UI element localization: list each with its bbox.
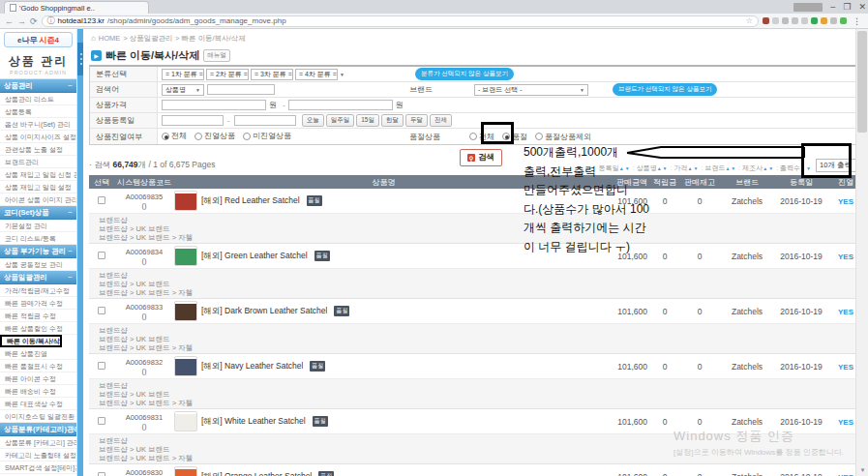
sidebar-item[interactable]: 상품 공통정보 관리 bbox=[0, 258, 76, 271]
sidebar-item[interactable]: 옵션 바구니(Set) 관리 bbox=[0, 118, 76, 131]
radio-icon[interactable] bbox=[243, 133, 251, 140]
show-uncategorized-button[interactable]: 분류가 선택되지 않은 상품보기 bbox=[415, 68, 514, 80]
sort-link[interactable]: 가격 bbox=[674, 164, 688, 171]
row-checkbox[interactable] bbox=[98, 196, 105, 204]
close-button[interactable]: ✕ bbox=[858, 0, 866, 14]
extension-icon[interactable] bbox=[840, 17, 847, 24]
product-thumbnail[interactable] bbox=[174, 191, 197, 211]
sort-arrows-icon[interactable]: ▲▼ bbox=[725, 165, 736, 171]
category-line[interactable]: 브랜드샵 > UK 브랜드 bbox=[99, 224, 862, 233]
sidebar-item[interactable]: 아이콘 상품 이미지 관리 bbox=[0, 193, 76, 206]
collapse-icon[interactable]: − bbox=[68, 81, 73, 90]
product-name[interactable]: [해외] Red Leather Satchel bbox=[201, 195, 300, 207]
sidebar-section-header[interactable]: 코디(Set)상품− bbox=[0, 206, 76, 220]
category-line[interactable]: 브랜드샵 > UK 브랜드 > 자첼 bbox=[99, 399, 862, 407]
sidebar-item[interactable]: 빠른 대표색상 수정 bbox=[0, 398, 76, 410]
extension-icon[interactable] bbox=[821, 17, 827, 24]
page-info-icon[interactable]: ⓘ bbox=[47, 15, 55, 26]
product-thumbnail[interactable] bbox=[174, 301, 197, 321]
home-icon[interactable]: ⌂ bbox=[91, 34, 96, 43]
sidebar-item[interactable]: 빠른 상품진열 bbox=[0, 347, 76, 360]
row-checkbox[interactable] bbox=[98, 472, 105, 476]
display-status-link[interactable]: YES bbox=[838, 308, 853, 316]
date-start-input[interactable] bbox=[162, 115, 224, 126]
sidebar-section-header[interactable]: 상품 부가기능 관리− bbox=[0, 245, 76, 258]
show-unbranded-button[interactable]: 브랜드가 선택되지 않은 상품보기 bbox=[613, 83, 717, 96]
breadcrumb-item[interactable]: 상품일괄관리 bbox=[130, 34, 173, 43]
product-name[interactable]: [해외] Dark Brown Leather Satchel bbox=[201, 306, 327, 317]
sidebar-item[interactable]: 코디 리스트/등록 bbox=[0, 232, 76, 245]
sidebar-section-header[interactable]: 상품일괄관리− bbox=[0, 271, 76, 284]
keyword-type-select[interactable]: 상품명▼ bbox=[162, 84, 204, 96]
sidebar-item[interactable]: 빠른 적립금 수정 bbox=[0, 310, 76, 322]
shop-name[interactable]: e나무 시즌4 bbox=[4, 32, 73, 47]
product-name[interactable]: [해외] White Leather Satchel bbox=[201, 416, 306, 428]
date-range-button[interactable]: 한달 bbox=[381, 114, 404, 127]
manual-badge[interactable]: 매뉴얼 bbox=[203, 49, 230, 62]
sidebar-item[interactable]: 기본설정 관리 bbox=[0, 220, 76, 232]
maximize-button[interactable]: ❐ bbox=[843, 0, 851, 14]
product-thumbnail[interactable] bbox=[174, 411, 197, 431]
collapse-icon[interactable]: − bbox=[68, 247, 73, 255]
product-thumbnail[interactable] bbox=[174, 246, 197, 266]
product-name[interactable]: [해외] Green Leather Satchel bbox=[201, 251, 308, 262]
display-status-link[interactable]: YES bbox=[838, 253, 853, 261]
minimize-button[interactable]: – bbox=[830, 0, 835, 14]
sidebar-item[interactable]: 빠른 품절표시 수정 bbox=[0, 360, 76, 372]
category-line[interactable]: 브랜드샵 > UK 브랜드 bbox=[99, 280, 862, 288]
category-line[interactable]: 브랜드샵 > UK 브랜드 > 자첼 bbox=[99, 343, 862, 352]
date-range-button[interactable]: 전체 bbox=[430, 114, 452, 127]
category-line[interactable]: 브랜드샵 bbox=[99, 216, 862, 224]
url-input[interactable]: ⓘ hotdeal123.kr /shop/admin/goods/adm_go… bbox=[42, 15, 759, 27]
sidebar-item[interactable]: 가격/적립금/재고수정 bbox=[0, 284, 76, 297]
sidebar-item[interactable]: 빠른 배송비 수정 bbox=[0, 385, 76, 398]
radio-icon[interactable] bbox=[469, 133, 477, 140]
sidebar-item[interactable]: 이미지호스팅 일괄전환 bbox=[0, 410, 76, 423]
forward-icon[interactable]: → bbox=[17, 14, 26, 29]
product-name[interactable]: [해외] Navy Leather Satchel bbox=[201, 361, 303, 372]
price-max-input[interactable] bbox=[288, 100, 393, 110]
extension-icon[interactable] bbox=[792, 17, 798, 24]
sidebar-item[interactable]: 빠른 판매가격 수정 bbox=[0, 297, 76, 310]
row-checkbox[interactable] bbox=[98, 307, 105, 314]
back-icon[interactable]: ← bbox=[5, 14, 14, 29]
date-end-input[interactable] bbox=[234, 115, 296, 126]
scroll-down-arrow[interactable]: ▾ bbox=[856, 464, 868, 476]
display-radio-option[interactable]: 전체 bbox=[162, 131, 187, 141]
sidebar-item[interactable]: 브랜드관리 bbox=[0, 156, 76, 168]
display-status-link[interactable]: YES bbox=[838, 418, 853, 427]
sidebar-item[interactable]: 카테고리 노출형태 설정 bbox=[0, 449, 76, 461]
sidebar-item[interactable]: 빠른 이동/복사/삭제 bbox=[0, 335, 62, 347]
product-name[interactable]: [해외] Orange Leather Satchel bbox=[201, 471, 312, 476]
category-line[interactable]: 브랜드샵 bbox=[99, 381, 862, 390]
sidebar-item[interactable]: 상품 재입고 알림 신청 관리 bbox=[0, 168, 76, 181]
category-select[interactable]: = 3차 분류 =▼ bbox=[251, 69, 293, 80]
display-status-link[interactable]: YES bbox=[838, 473, 853, 476]
radio-icon[interactable] bbox=[162, 133, 169, 140]
sidebar-item[interactable]: 상품등록 bbox=[0, 105, 76, 118]
soldout-radio-option[interactable]: 품절상품제외 bbox=[535, 132, 591, 142]
date-range-button[interactable]: 두달 bbox=[405, 114, 428, 127]
category-line[interactable]: 브랜드샵 bbox=[99, 326, 862, 335]
category-select[interactable]: = 4차 분류 =▼ bbox=[295, 69, 338, 80]
soldout-radio-option[interactable]: 품절 bbox=[502, 132, 527, 142]
refresh-icon[interactable]: ⟳ bbox=[30, 14, 38, 29]
keyword-input[interactable] bbox=[207, 84, 275, 95]
browser-tab[interactable]: 'Godo Shoppingmall e.. bbox=[4, 1, 149, 14]
sort-arrows-icon[interactable]: ▲▼ bbox=[800, 165, 812, 171]
product-thumbnail[interactable] bbox=[174, 356, 197, 376]
soldout-radio-option[interactable]: 전체 bbox=[469, 132, 494, 142]
extension-icon[interactable] bbox=[811, 17, 818, 24]
sidebar-item[interactable]: 상품 이미지사이즈 설정 bbox=[0, 131, 76, 143]
category-select[interactable]: = 1차 분류 =▼ bbox=[162, 69, 204, 80]
breadcrumb-item[interactable]: 빠른 이동/복사/삭제 bbox=[181, 34, 245, 43]
brand-select[interactable]: - 브랜드 선택 -▼ bbox=[474, 84, 588, 96]
display-radio-option[interactable]: 진열상품 bbox=[195, 131, 235, 141]
sort-arrows-icon[interactable]: ▲▼ bbox=[763, 165, 774, 171]
sidebar-item[interactable]: 상품 재입고 알림 설정 bbox=[0, 181, 76, 193]
browser-menu-icon[interactable]: ⋮ bbox=[851, 16, 863, 26]
bookmark-star-icon[interactable]: ☆ bbox=[746, 16, 753, 25]
sidebar-item[interactable]: 빠른 아이콘 수정 bbox=[0, 372, 76, 385]
collapse-icon[interactable]: − bbox=[68, 273, 73, 282]
date-range-button[interactable]: 15일 bbox=[356, 114, 379, 127]
